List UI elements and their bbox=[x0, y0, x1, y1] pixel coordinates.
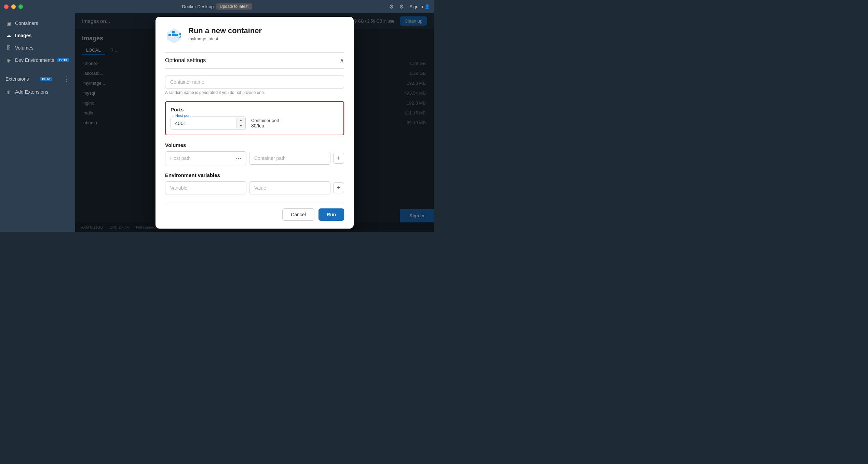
modal-subtitle: myimage:latest bbox=[188, 36, 262, 41]
titlebar-center: Docker Desktop Update to latest bbox=[182, 3, 252, 10]
run-container-modal: Run a new container myimage:latest Optio… bbox=[155, 17, 354, 229]
chevron-up-icon: ∧ bbox=[340, 57, 344, 64]
optional-settings-title: Optional settings bbox=[165, 57, 206, 64]
container-port-info: Container port 80/tcp bbox=[251, 118, 279, 128]
update-button[interactable]: Update to latest bbox=[216, 3, 252, 10]
add-extensions-label: Add Extensions bbox=[15, 89, 48, 95]
host-port-label: Host port bbox=[174, 113, 192, 118]
sidebar-item-dev-label: Dev Environments bbox=[15, 57, 54, 63]
dev-env-icon: ◉ bbox=[5, 57, 12, 63]
svg-rect-4 bbox=[172, 31, 175, 33]
modal-header: Run a new container myimage:latest bbox=[165, 26, 344, 44]
optional-settings-header[interactable]: Optional settings ∧ bbox=[165, 52, 344, 69]
variable-placeholder: Variable bbox=[170, 185, 187, 191]
titlebar-right: ⚙ ⚙ Sign in 👤 bbox=[389, 3, 430, 10]
sidebar: ▣ Containers ☁ Images 🗄 Volumes ◉ Dev En… bbox=[0, 13, 75, 232]
container-icon: ▣ bbox=[5, 20, 12, 26]
ports-row: Host port ▲ ▼ Container port bbox=[171, 117, 339, 130]
minimize-button[interactable] bbox=[11, 4, 16, 9]
container-path-field[interactable]: Container path bbox=[249, 152, 330, 165]
port-increment-button[interactable]: ▲ bbox=[236, 118, 245, 123]
env-section: Environment variables Variable Value + bbox=[165, 172, 344, 194]
ports-section: Ports Host port ▲ ▼ bbox=[165, 101, 344, 135]
extensions-menu-icon[interactable]: ⋮ bbox=[64, 75, 70, 83]
sidebar-item-dev-environments[interactable]: ◉ Dev Environments BETA bbox=[0, 54, 75, 66]
value-field[interactable]: Value bbox=[249, 181, 330, 194]
svg-point-5 bbox=[179, 33, 181, 34]
volumes-icon: 🗄 bbox=[5, 45, 12, 51]
sidebar-item-containers[interactable]: ▣ Containers bbox=[0, 17, 75, 29]
sidebar-item-volumes-label: Volumes bbox=[15, 45, 33, 51]
modal-footer: Cancel Run bbox=[165, 203, 344, 221]
app-title: Docker Desktop bbox=[182, 4, 214, 9]
dev-env-badge: BETA bbox=[57, 58, 69, 62]
add-env-button[interactable]: + bbox=[333, 182, 344, 193]
titlebar: Docker Desktop Update to latest ⚙ ⚙ Sign… bbox=[0, 0, 434, 13]
host-port-input[interactable] bbox=[171, 117, 236, 129]
container-path-placeholder: Container path bbox=[254, 155, 286, 161]
images-icon: ☁ bbox=[5, 32, 12, 39]
port-stepper: ▲ ▼ bbox=[236, 118, 245, 128]
browse-host-path-icon[interactable]: ⋯ bbox=[236, 155, 241, 162]
window-controls bbox=[4, 4, 23, 9]
volumes-row: Host path ⋯ Container path + bbox=[165, 151, 344, 165]
settings-icon[interactable]: ⚙ bbox=[389, 3, 394, 10]
svg-rect-3 bbox=[175, 34, 178, 36]
docker-icon bbox=[165, 26, 183, 44]
variable-field[interactable]: Variable bbox=[165, 181, 246, 194]
env-row: Variable Value + bbox=[165, 181, 344, 194]
main-content: Images on... size 2.09 GB / 2.59 GB in u… bbox=[75, 13, 434, 232]
ports-title: Ports bbox=[171, 107, 339, 112]
sidebar-item-add-extensions[interactable]: ⊕ Add Extensions bbox=[0, 86, 75, 98]
modal-title: Run a new container bbox=[188, 26, 262, 35]
add-icon: ⊕ bbox=[5, 89, 12, 95]
extensions-badge: BETA bbox=[40, 77, 52, 81]
sidebar-item-containers-label: Containers bbox=[15, 21, 38, 26]
maximize-button[interactable] bbox=[18, 4, 23, 9]
signin-button[interactable]: Sign in 👤 bbox=[409, 4, 430, 9]
volumes-section: Volumes Host path ⋯ Container path + bbox=[165, 142, 344, 165]
volumes-title: Volumes bbox=[165, 142, 344, 148]
sidebar-item-images[interactable]: ☁ Images bbox=[0, 29, 75, 42]
env-title: Environment variables bbox=[165, 172, 344, 178]
extensions-section: Extensions BETA ⋮ bbox=[0, 72, 75, 86]
container-name-input[interactable] bbox=[165, 76, 344, 88]
host-path-placeholder: Host path bbox=[170, 155, 233, 161]
close-button[interactable] bbox=[4, 4, 9, 9]
add-volume-button[interactable]: + bbox=[333, 153, 344, 164]
svg-rect-2 bbox=[172, 34, 175, 36]
host-port-wrapper: Host port ▲ ▼ bbox=[171, 117, 246, 130]
svg-rect-1 bbox=[168, 34, 171, 36]
app-body: ▣ Containers ☁ Images 🗄 Volumes ◉ Dev En… bbox=[0, 13, 434, 232]
extensions-label: Extensions bbox=[5, 76, 29, 82]
modal-title-group: Run a new container myimage:latest bbox=[188, 26, 262, 41]
signin-label: Sign in bbox=[409, 4, 423, 9]
container-port-value: 80/tcp bbox=[251, 123, 279, 128]
run-button[interactable]: Run bbox=[318, 208, 344, 221]
container-name-hint: A random name is generated if you do not… bbox=[165, 90, 344, 95]
user-icon: 👤 bbox=[424, 4, 430, 9]
cancel-button[interactable]: Cancel bbox=[282, 208, 314, 221]
host-port-input-wrap: ▲ ▼ bbox=[171, 117, 246, 130]
container-port-label: Container port bbox=[251, 118, 279, 123]
port-decrement-button[interactable]: ▼ bbox=[236, 123, 245, 128]
sidebar-item-images-label: Images bbox=[15, 33, 31, 38]
host-path-field[interactable]: Host path ⋯ bbox=[165, 151, 246, 165]
gear-icon[interactable]: ⚙ bbox=[399, 3, 404, 10]
sidebar-divider bbox=[5, 69, 70, 69]
modal-backdrop: Run a new container myimage:latest Optio… bbox=[75, 13, 434, 232]
sidebar-item-volumes[interactable]: 🗄 Volumes bbox=[0, 42, 75, 54]
extensions-header: Extensions BETA ⋮ bbox=[0, 72, 75, 86]
value-placeholder: Value bbox=[254, 185, 266, 191]
